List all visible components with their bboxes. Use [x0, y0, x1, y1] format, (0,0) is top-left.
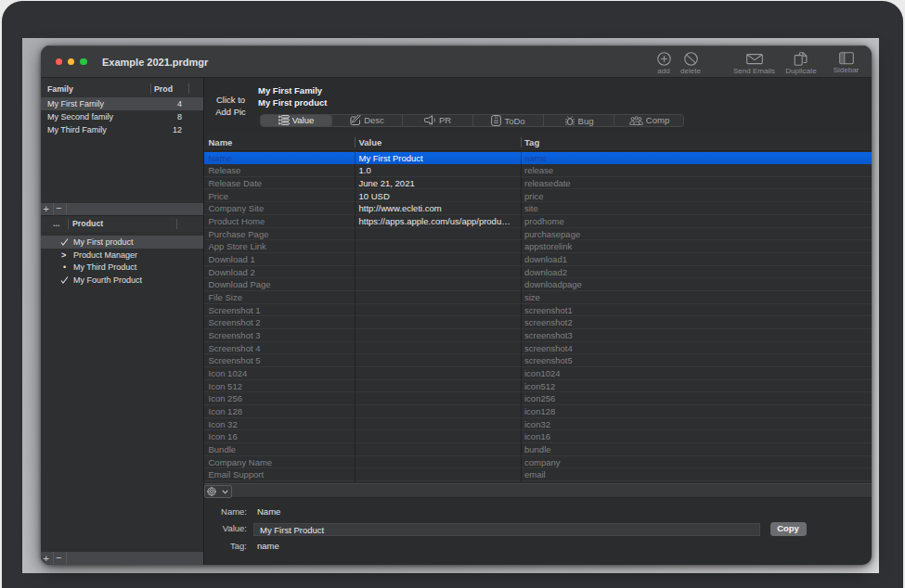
- svg-text:10: 10: [495, 116, 498, 120]
